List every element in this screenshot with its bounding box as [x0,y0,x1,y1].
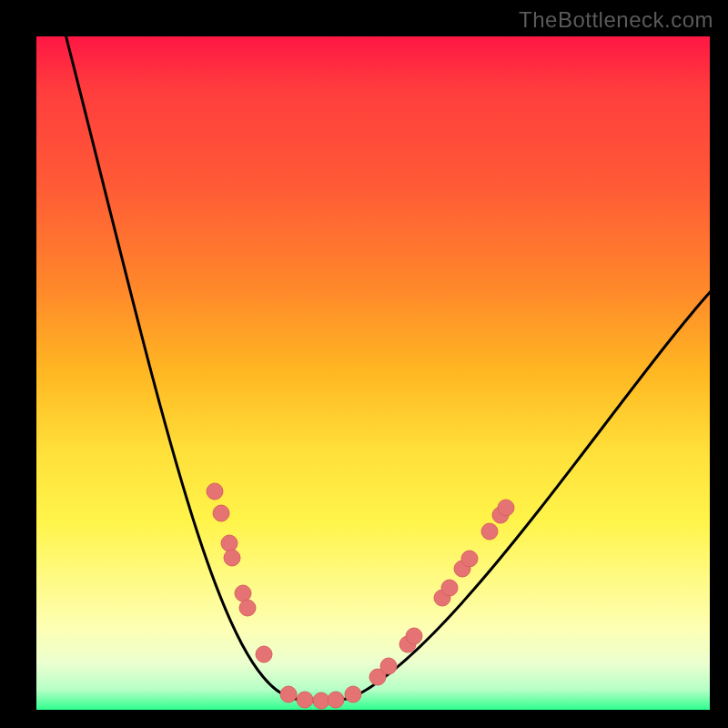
data-marker [280,686,297,703]
data-marker [256,646,272,662]
data-marker [235,585,251,602]
data-marker [221,535,238,551]
data-marker [461,551,478,567]
watermark-text: TheBottleneck.com [519,7,713,33]
plot-area [36,36,710,710]
data-marker [207,483,223,500]
data-marker [239,600,256,616]
curve-layer [36,36,710,710]
data-marker [297,692,313,708]
data-marker [345,686,361,703]
data-marker [313,693,329,709]
chart-frame: TheBottleneck.com [0,0,728,728]
data-marker [380,658,397,674]
data-marker [328,692,344,708]
bottleneck-curve [64,36,710,702]
data-marker [481,523,498,540]
data-marker [498,500,514,516]
data-marker [441,580,458,596]
data-marker [213,505,229,521]
data-marker [224,550,240,566]
data-marker [406,628,422,644]
